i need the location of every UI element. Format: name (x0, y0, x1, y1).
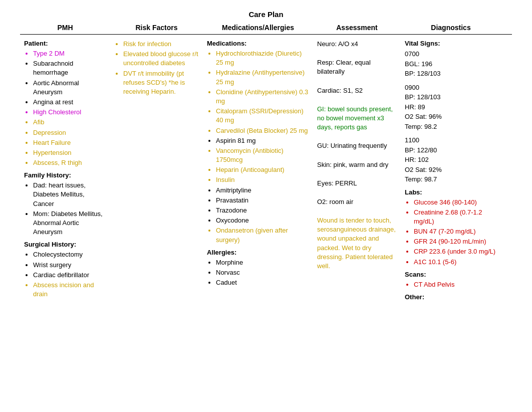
list-item: CRP 223.6 (under 3.0 mg/L) (414, 247, 497, 256)
list-item: Hydrochlorothiazide (Diuretic) 25 mg (216, 49, 309, 67)
list-item: Aortic Abnormal Aneurysm (33, 79, 106, 97)
list-item: Vancomycin (Antibiotic) 1750mcg (216, 146, 309, 164)
page-container: Care Plan PMH Risk Factors Medications/A… (0, 0, 532, 313)
vitals-0700-label: 0700 (405, 49, 497, 59)
list-item: High Cholesterol (33, 108, 106, 117)
header-assess: Assessment (313, 24, 401, 32)
header-pmh: PMH (20, 24, 110, 32)
list-item: Oxycodone (216, 216, 309, 225)
list-item: Trazodone (216, 206, 309, 215)
list-item: Aspirin 81 mg (216, 136, 309, 145)
list-item: BUN 47 (7-20 mg/dL) (414, 227, 497, 236)
list-item: Heparin (Anticoagulant) (216, 165, 309, 174)
list-item: Type 2 DM (33, 49, 106, 58)
list-item: Cardiac defibrillator (33, 271, 106, 280)
vitals-1100-o2: O2 Sat: 92% (405, 165, 497, 175)
allergy-list: MorphineNorvascCaduet (207, 258, 309, 288)
family-list: Dad: heart issues, Diabetes Mellitus, Ca… (24, 181, 106, 237)
list-item: Depression (33, 128, 106, 137)
list-item: Wrist surgery (33, 261, 106, 270)
scans-label: Scans: (405, 271, 497, 278)
med-list: Hydrochlorothiazide (Diuretic) 25 mgHydr… (207, 49, 309, 245)
list-item: Caduet (216, 278, 309, 287)
list-item: Glucose 346 (80-140) (414, 198, 497, 207)
labs-label: Labs: (405, 188, 497, 196)
list-item: GFR 24 (90-120 mL/min) (414, 237, 497, 246)
list-item: Abscess incision and drain (33, 281, 106, 299)
list-item: Creatinine 2.68 (0.7-1.2 mg/dL) (414, 208, 497, 226)
list-item: Hydralazine (Antihypertensive) 25 mg (216, 68, 309, 86)
assess-line: Cardiac: S1, S2 (317, 86, 397, 95)
patient-label: Patient: (24, 40, 106, 47)
list-item: Risk for infection (123, 40, 199, 49)
pmh-column: Patient: Type 2 DMSubarachnoid hemorrhag… (20, 40, 110, 303)
list-item: Pravastatin (216, 196, 309, 205)
list-item: Carvedilol (Beta Blocker) 25 mg (216, 126, 309, 135)
assess-line: GU: Urinating frequently (317, 141, 397, 150)
other-label: Other: (405, 293, 497, 301)
list-item: Mom: Diabetes Mellitus, Abnormal Aortic … (33, 210, 106, 237)
list-item: Angina at rest (33, 98, 106, 107)
assess-line: Skin: pink, warm and dry (317, 160, 397, 169)
vitals-1100-hr: HR: 102 (405, 155, 497, 165)
header-meds: Medications/Allergies (203, 24, 313, 32)
list-item: Morphine (216, 258, 309, 267)
list-item: Afib (33, 118, 106, 127)
list-item: A1C 10.1 (5-6) (414, 258, 497, 267)
vitals-0900-temp: Temp: 98.2 (405, 122, 497, 132)
vitals-0900-hr: HR: 89 (405, 102, 497, 112)
list-item: Norvasc (216, 268, 309, 277)
vitals-1100: 1100 BP: 122/80 HR: 102 O2 Sat: 92% Temp… (405, 135, 497, 184)
vitals-0900-bp: BP: 128/103 (405, 92, 497, 102)
risk-list: Risk for infectionElevated blood glucose… (114, 40, 199, 96)
vitals-0900-o2: O2 Sat: 96% (405, 112, 497, 122)
list-item: Clonidine (Antihypertensive) 0.3 mg (216, 88, 309, 106)
assess-column: Neuro: A/O x4Resp: Clear, equal bilatera… (313, 40, 401, 303)
list-item: Abscess, R thigh (33, 158, 106, 167)
list-item: Cholecystectomy (33, 250, 106, 259)
list-item: Amitriptyline (216, 186, 309, 195)
assess-line: Resp: Clear, equal bilaterally (317, 58, 397, 76)
scan-list: CT Abd Pelvis (405, 280, 497, 289)
meds-label: Medications: (207, 40, 309, 47)
surgical-list: CholecystectomyWrist surgeryCardiac defi… (24, 250, 106, 299)
lab-list: Glucose 346 (80-140)Creatinine 2.68 (0.7… (405, 198, 497, 267)
assess-line: O2: room air (317, 197, 397, 207)
list-item: Insulin (216, 175, 309, 184)
column-headers: PMH Risk Factors Medications/Allergies A… (20, 24, 512, 35)
list-item: CT Abd Pelvis (414, 280, 497, 289)
assess-line: Eyes: PERRL (317, 179, 397, 188)
main-grid: Patient: Type 2 DMSubarachnoid hemorrhag… (20, 40, 512, 303)
meds-column: Medications: Hydrochlorothiazide (Diuret… (203, 40, 313, 303)
vitals-0700-bgl: BGL: 196 (405, 59, 497, 69)
list-item: Hypertension (33, 148, 106, 157)
list-item: Heart Failure (33, 138, 106, 147)
vitals-0900: 0900 BP: 128/103 HR: 89 O2 Sat: 96% Temp… (405, 83, 497, 132)
list-item: Subarachnoid hemorrhage (33, 59, 106, 77)
family-label: Family History: (24, 171, 106, 179)
vitals-1100-temp: Temp: 98.7 (405, 174, 497, 184)
diag-column: Vital Signs: 0700 BGL: 196 BP: 128/103 0… (401, 40, 501, 303)
list-item: DVT r/t immobility (pt refuses SCD's) *h… (123, 69, 199, 97)
header-diag: Diagnostics (401, 24, 501, 32)
surgical-label: Surgical History: (24, 241, 106, 248)
list-item: Ondansetron (given after surgery) (216, 226, 309, 244)
vitals-1100-label: 1100 (405, 135, 497, 145)
assess-line: GI: bowel sounds present, no bowel movem… (317, 105, 397, 132)
allergies-label: Allergies: (207, 249, 309, 256)
list-item: Dad: heart issues, Diabetes Mellitus, Ca… (33, 181, 106, 209)
vitals-0700-bp: BP: 128/103 (405, 69, 497, 79)
list-item: Citalopram (SSRI/Depression) 40 mg (216, 107, 309, 125)
header-risk: Risk Factors (110, 24, 203, 32)
list-item: Elevated blood glucose r/t uncontrolled … (123, 50, 199, 68)
vitals-1100-bp: BP: 122/80 (405, 145, 497, 155)
vitals-label: Vital Signs: (405, 40, 497, 47)
assess-line: Wound is tender to touch, serosanguineou… (317, 216, 397, 271)
vitals-0900-label: 0900 (405, 83, 497, 93)
page-title: Care Plan (20, 10, 512, 19)
risk-column: Risk for infectionElevated blood glucose… (110, 40, 203, 303)
assess-line: Neuro: A/O x4 (317, 40, 397, 49)
vitals-0700: 0700 BGL: 196 BP: 128/103 (405, 49, 497, 79)
patient-list: Type 2 DMSubarachnoid hemorrhageAortic A… (24, 49, 106, 167)
